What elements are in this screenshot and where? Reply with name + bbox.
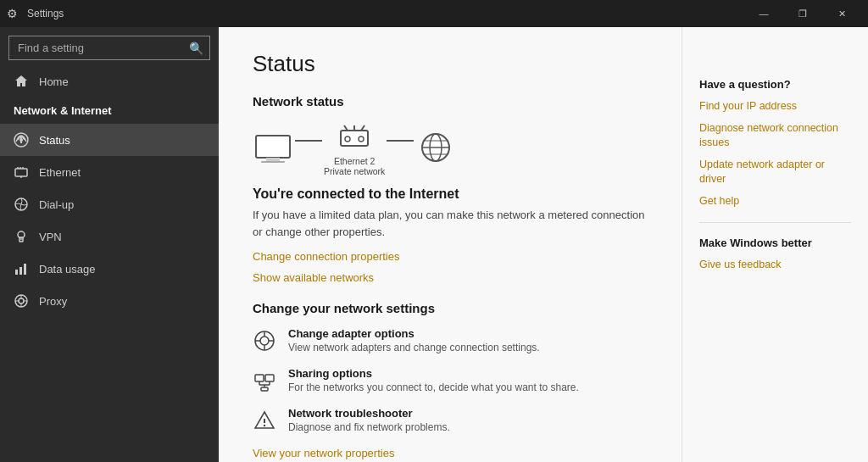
sidebar-category-label: Network & Internet xyxy=(0,97,219,124)
proxy-icon xyxy=(14,293,29,309)
private-network-label: Private network xyxy=(324,166,385,176)
adapter-text: Change adapter options View network adap… xyxy=(288,327,540,353)
dialup-icon xyxy=(14,197,29,212)
show-networks-link[interactable]: Show available networks xyxy=(253,271,648,284)
computer-icon xyxy=(253,133,293,165)
svg-rect-40 xyxy=(255,375,264,381)
close-button[interactable]: ✕ xyxy=(822,0,861,27)
sharing-option[interactable]: Sharing options For the networks you con… xyxy=(253,367,648,393)
svg-point-49 xyxy=(264,425,265,426)
svg-rect-41 xyxy=(265,375,274,381)
sidebar-item-proxy-label: Proxy xyxy=(39,295,67,308)
svg-rect-20 xyxy=(256,136,290,158)
sidebar-item-status-label: Status xyxy=(39,134,70,147)
svg-rect-13 xyxy=(24,264,26,275)
svg-rect-2 xyxy=(15,169,27,176)
feedback-link[interactable]: Give us feedback xyxy=(699,258,851,273)
connected-heading: You're connected to the Internet xyxy=(253,186,648,202)
network-diagram: Ethernet 2 Private network xyxy=(253,122,648,176)
search-icon: 🔍 xyxy=(189,42,203,55)
sidebar-item-vpn[interactable]: VPN xyxy=(0,220,219,253)
page-title: Status xyxy=(253,51,648,77)
svg-point-1 xyxy=(19,138,23,142)
sidebar-item-vpn-label: VPN xyxy=(39,231,62,243)
troubleshooter-text: Network troubleshooter Diagnose and fix … xyxy=(288,407,450,433)
restore-button[interactable]: ❐ xyxy=(783,0,822,27)
adapter-icon xyxy=(253,329,276,353)
router-icon: Ethernet 2 Private network xyxy=(324,122,385,176)
titlebar-title: Settings xyxy=(27,8,64,19)
status-icon xyxy=(14,132,29,148)
adapter-desc: View network adapters and change connect… xyxy=(288,342,540,353)
sidebar-item-status[interactable]: Status xyxy=(0,124,219,156)
sidebar-item-dialup[interactable]: Dial-up xyxy=(0,188,219,220)
sharing-desc: For the networks you connect to, decide … xyxy=(288,381,579,393)
vpn-icon xyxy=(14,229,29,244)
titlebar-controls: — ❐ ✕ xyxy=(744,0,861,27)
network-status-heading: Network status xyxy=(253,94,648,109)
ethernet2-label: Ethernet 2 xyxy=(334,156,375,166)
sidebar-item-datausage-label: Data usage xyxy=(39,263,96,276)
app-body: 🔍 Home Network & Internet xyxy=(0,27,868,462)
titlebar-left: ⚙ Settings xyxy=(7,7,64,20)
sidebar-item-proxy[interactable]: Proxy xyxy=(0,285,219,317)
sidebar-item-dialup-label: Dial-up xyxy=(39,198,74,211)
troubleshooter-desc: Diagnose and fix network problems. xyxy=(288,421,450,433)
troubleshooter-option[interactable]: Network troubleshooter Diagnose and fix … xyxy=(253,407,648,433)
svg-point-35 xyxy=(260,337,269,345)
sidebar-item-ethernet[interactable]: Ethernet xyxy=(0,156,219,188)
diagnose-link[interactable]: Diagnose network connection issues xyxy=(699,121,851,151)
svg-point-15 xyxy=(19,298,24,303)
datausage-icon xyxy=(14,261,29,276)
troubleshooter-icon xyxy=(253,409,276,432)
sidebar-item-ethernet-label: Ethernet xyxy=(39,166,81,179)
home-icon xyxy=(14,74,29,89)
right-divider xyxy=(699,222,851,223)
titlebar: ⚙ Settings — ❐ ✕ xyxy=(0,0,868,27)
main-content: Status Network status xyxy=(219,27,682,462)
sharing-text: Sharing options For the networks you con… xyxy=(288,367,579,393)
globe-icon xyxy=(415,131,456,168)
question-heading: Have a question? xyxy=(699,78,851,91)
sidebar-item-home[interactable]: Home xyxy=(0,65,219,97)
right-panel: Have a question? Find your IP address Di… xyxy=(682,27,868,462)
sharing-icon xyxy=(253,369,276,392)
search-input[interactable] xyxy=(8,36,210,60)
sharing-title: Sharing options xyxy=(288,367,579,380)
connected-desc: If you have a limited data plan, you can… xyxy=(253,207,648,240)
ethernet-icon xyxy=(14,164,29,180)
svg-rect-21 xyxy=(266,158,280,161)
line2 xyxy=(387,140,414,142)
svg-rect-46 xyxy=(261,387,268,391)
svg-rect-11 xyxy=(15,270,18,275)
change-connection-link[interactable]: Change connection properties xyxy=(253,250,648,263)
get-help-link[interactable]: Get help xyxy=(699,194,851,209)
search-container: 🔍 xyxy=(8,36,210,60)
svg-rect-22 xyxy=(261,161,285,163)
sidebar-item-home-label: Home xyxy=(39,75,69,88)
sidebar: 🔍 Home Network & Internet xyxy=(0,27,219,462)
sidebar-item-datausage[interactable]: Data usage xyxy=(0,253,219,285)
change-settings-heading: Change your network settings xyxy=(253,301,648,315)
troubleshooter-title: Network troubleshooter xyxy=(288,407,450,420)
find-ip-link[interactable]: Find your IP address xyxy=(699,99,851,114)
line1 xyxy=(295,140,322,142)
view-network-properties-link[interactable]: View your network properties xyxy=(253,447,648,459)
improve-heading: Make Windows better xyxy=(699,237,851,249)
svg-rect-12 xyxy=(19,267,22,275)
update-adapter-link[interactable]: Update network adapter or driver xyxy=(699,158,851,187)
minimize-button[interactable]: — xyxy=(744,0,783,27)
adapter-option[interactable]: Change adapter options View network adap… xyxy=(253,327,648,353)
adapter-title: Change adapter options xyxy=(288,327,540,340)
settings-icon: ⚙ xyxy=(7,7,20,20)
